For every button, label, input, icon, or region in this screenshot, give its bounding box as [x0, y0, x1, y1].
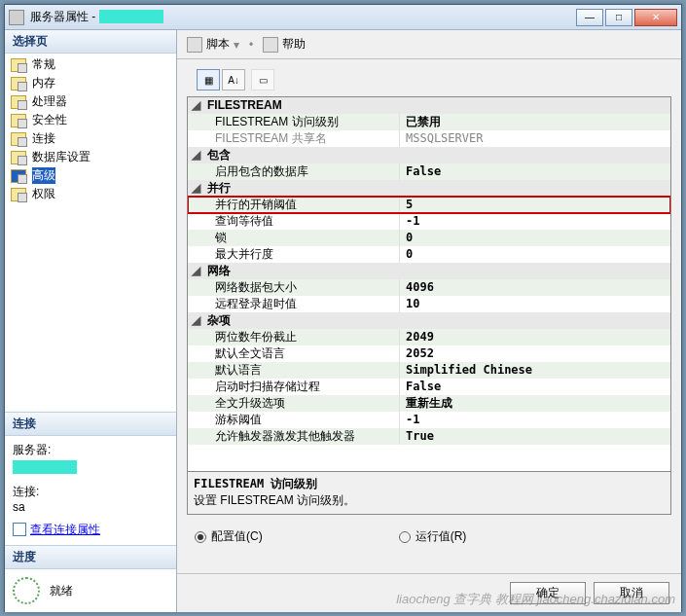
nav-item-0[interactable]: 常规: [5, 55, 176, 74]
property-label: 允许触发器激发其他触发器: [188, 428, 400, 445]
value-mode-row: 配置值(C) 运行值(R): [177, 515, 681, 559]
property-row[interactable]: 查询等待值-1: [188, 213, 670, 230]
property-value[interactable]: 10: [400, 296, 670, 312]
nav-list: 常规内存处理器安全性连接数据库设置高级权限: [5, 54, 176, 205]
collapse-icon[interactable]: ◢: [188, 312, 203, 329]
ok-button[interactable]: 确定: [510, 582, 586, 604]
nav-item-2[interactable]: 处理器: [5, 92, 176, 111]
category-row[interactable]: ◢FILESTREAM: [188, 97, 670, 114]
property-row[interactable]: 网络数据包大小4096: [188, 279, 670, 296]
nav-header: 选择页: [5, 30, 176, 54]
nav-label: 数据库设置: [32, 149, 90, 165]
server-label: 服务器:: [13, 442, 168, 458]
runtime-value-radio[interactable]: 运行值(R): [399, 528, 467, 545]
toolbar-separator: •: [249, 38, 253, 52]
description-text: 设置 FILESTREAM 访问级别。: [194, 492, 665, 509]
categorized-button[interactable]: ▦: [197, 69, 220, 91]
nav-item-6[interactable]: 高级: [5, 166, 176, 185]
nav-item-7[interactable]: 权限: [5, 185, 176, 203]
property-value[interactable]: 0: [400, 230, 670, 246]
property-value[interactable]: False: [400, 379, 670, 395]
property-row[interactable]: 启用包含的数据库False: [188, 163, 670, 180]
category-row[interactable]: ◢包含: [188, 147, 670, 163]
property-label: 默认语言: [188, 362, 400, 379]
property-value[interactable]: MSSQLSERVER: [400, 130, 670, 147]
property-row[interactable]: 默认语言Simplified Chinese: [188, 362, 670, 379]
cancel-button[interactable]: 取消: [594, 582, 669, 604]
page-icon: [11, 169, 26, 183]
radio-label: 配置值(C): [211, 528, 263, 545]
property-row[interactable]: 全文升级选项重新生成: [188, 395, 670, 412]
collapse-icon[interactable]: ◢: [188, 147, 203, 163]
collapse-icon[interactable]: ◢: [188, 263, 203, 279]
property-label: 启用包含的数据库: [188, 163, 400, 180]
property-row[interactable]: 允许触发器激发其他触发器True: [188, 428, 670, 445]
property-value[interactable]: -1: [400, 213, 670, 230]
right-panel: 脚本 ▾ • 帮助 ▦ A↓ ▭ ◢FILESTREAMFILESTREAM 访…: [177, 30, 681, 612]
property-label: 启动时扫描存储过程: [188, 379, 400, 395]
property-value[interactable]: 5: [400, 197, 670, 213]
properties-icon: [13, 523, 26, 536]
property-value[interactable]: 2052: [400, 345, 670, 362]
property-row[interactable]: FILESTREAM 共享名MSSQLSERVER: [188, 130, 670, 147]
nav-item-4[interactable]: 连接: [5, 129, 176, 148]
property-label: FILESTREAM 访问级别: [188, 114, 400, 130]
view-connection-properties-link[interactable]: 查看连接属性: [13, 522, 100, 538]
property-row[interactable]: 两位数年份截止2049: [188, 329, 670, 345]
property-grid[interactable]: ◢FILESTREAMFILESTREAM 访问级别已禁用FILESTREAM …: [187, 96, 671, 472]
minimize-button[interactable]: —: [576, 9, 603, 26]
category-label: 包含: [203, 147, 415, 163]
property-value[interactable]: 2049: [400, 329, 670, 345]
category-row[interactable]: ◢网络: [188, 263, 670, 279]
property-row[interactable]: 游标阈值-1: [188, 412, 670, 428]
category-label: FILESTREAM: [203, 97, 415, 114]
property-pages-button[interactable]: ▭: [251, 69, 274, 91]
nav-item-3[interactable]: 安全性: [5, 111, 176, 129]
page-icon: [11, 188, 26, 201]
category-row[interactable]: ◢并行: [188, 180, 670, 197]
property-row[interactable]: 锁0: [188, 230, 670, 246]
property-value[interactable]: -1: [400, 412, 670, 428]
property-row[interactable]: 并行的开销阈值5: [188, 197, 670, 213]
property-label: 并行的开销阈值: [188, 197, 400, 213]
property-row[interactable]: 启动时扫描存储过程False: [188, 379, 670, 395]
property-value[interactable]: True: [400, 428, 670, 445]
property-value[interactable]: 已禁用: [400, 114, 670, 130]
collapse-icon[interactable]: ◢: [188, 180, 203, 197]
maximize-button[interactable]: □: [605, 9, 632, 26]
left-panel: 选择页 常规内存处理器安全性连接数据库设置高级权限 连接 服务器: x 连接: …: [5, 30, 177, 612]
dialog-footer: 确定 取消 liaocheng 查字典 教程网 jiaocheng.chazid…: [177, 573, 681, 612]
property-value[interactable]: False: [400, 163, 670, 180]
property-row[interactable]: FILESTREAM 访问级别已禁用: [188, 114, 670, 130]
title-bar[interactable]: 服务器属性 -x — □ ✕: [5, 5, 681, 30]
config-value-radio[interactable]: 配置值(C): [195, 528, 263, 545]
help-button[interactable]: 帮助: [263, 36, 306, 53]
help-icon: [263, 37, 278, 53]
page-icon: [11, 77, 26, 91]
property-label: 默认全文语言: [188, 345, 400, 362]
property-row[interactable]: 最大并行度0: [188, 246, 670, 263]
alphabetical-button[interactable]: A↓: [222, 69, 245, 91]
property-label: 查询等待值: [188, 213, 400, 230]
property-label: 最大并行度: [188, 246, 400, 263]
radio-label: 运行值(R): [415, 528, 467, 545]
property-value[interactable]: Simplified Chinese: [400, 362, 670, 379]
script-button[interactable]: 脚本 ▾: [187, 36, 239, 53]
property-value[interactable]: 0: [400, 246, 670, 263]
nav-item-1[interactable]: 内存: [5, 74, 176, 92]
progress-header: 进度: [5, 545, 176, 569]
category-row[interactable]: ◢杂项: [188, 312, 670, 329]
collapse-icon[interactable]: ◢: [188, 97, 203, 114]
page-icon: [11, 95, 26, 109]
connection-body: 服务器: x 连接: sa 查看连接属性: [5, 436, 176, 546]
radio-icon: [399, 531, 411, 543]
property-value[interactable]: 重新生成: [400, 395, 670, 412]
close-button[interactable]: ✕: [634, 9, 677, 26]
nav-item-5[interactable]: 数据库设置: [5, 148, 176, 166]
property-row[interactable]: 默认全文语言2052: [188, 345, 670, 362]
category-label: 网络: [203, 263, 415, 279]
description-title: FILESTREAM 访问级别: [194, 476, 665, 492]
nav-label: 连接: [32, 130, 55, 147]
property-row[interactable]: 远程登录超时值10: [188, 296, 670, 312]
property-value[interactable]: 4096: [400, 279, 670, 296]
